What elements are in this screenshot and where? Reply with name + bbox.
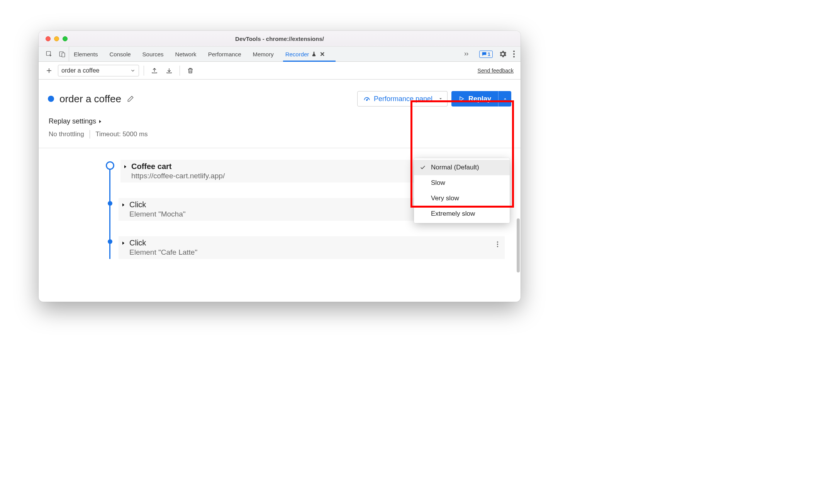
replay-settings: Replay settings No throttling Timeout: 5… xyxy=(39,110,521,148)
expand-step-icon[interactable] xyxy=(123,164,127,169)
inspect-element-icon[interactable] xyxy=(46,51,53,58)
recording-picker[interactable]: order a coffee xyxy=(58,65,139,76)
svg-point-3 xyxy=(513,51,515,52)
export-button[interactable] xyxy=(149,65,160,76)
step-title: Click xyxy=(129,238,197,247)
panel-tabbar: Elements Console Sources Network Perform… xyxy=(39,46,521,62)
expand-step-icon[interactable] xyxy=(121,241,125,245)
performance-panel-dropdown[interactable] xyxy=(434,91,448,107)
more-menu-icon[interactable] xyxy=(513,50,515,58)
tabbar-trailing: 1 xyxy=(474,47,521,61)
step-bullet-start xyxy=(106,161,114,170)
header-actions: Performance panel Replay xyxy=(357,91,511,107)
svg-point-6 xyxy=(366,100,368,101)
close-tab-icon[interactable]: ✕ xyxy=(320,51,325,58)
speed-option-very-slow[interactable]: Very slow xyxy=(414,191,510,206)
svg-point-15 xyxy=(497,246,498,247)
step-item[interactable]: Click Element "Cafe Latte" xyxy=(103,236,521,259)
delete-recording-button[interactable] xyxy=(185,65,196,76)
speed-option-normal[interactable]: Normal (Default) xyxy=(414,160,510,175)
issues-count: 1 xyxy=(488,51,490,57)
maximize-window-button[interactable] xyxy=(63,36,68,41)
svg-point-14 xyxy=(497,244,498,245)
tab-network[interactable]: Network xyxy=(175,47,197,61)
tab-recorder[interactable]: Recorder ✕ xyxy=(285,47,326,61)
recording-header: order a coffee Performance panel xyxy=(39,79,521,110)
minimize-window-button[interactable] xyxy=(54,36,59,41)
more-tabs-button[interactable] xyxy=(459,47,474,61)
replay-button[interactable]: Replay xyxy=(451,91,498,107)
titlebar: DevTools - chrome://extensions/ xyxy=(39,31,521,46)
step-bullet xyxy=(108,201,112,206)
separator xyxy=(180,66,180,76)
replay-speed-dropdown-button[interactable] xyxy=(498,91,511,107)
replay-settings-summary: No throttling Timeout: 5000 ms xyxy=(49,130,510,139)
import-button[interactable] xyxy=(163,65,175,76)
replay-speed-menu: Normal (Default) Slow Very slow Extremel… xyxy=(414,158,510,223)
recording-picker-label: order a coffee xyxy=(61,67,99,74)
performance-panel-button[interactable]: Performance panel xyxy=(357,91,438,107)
device-toolbar-icon[interactable] xyxy=(59,51,66,58)
svg-point-13 xyxy=(497,242,498,243)
recorder-panel: order a coffee Performance panel xyxy=(39,79,521,302)
separator xyxy=(144,66,144,76)
send-feedback-link[interactable]: Send feedback xyxy=(478,68,516,74)
step-subtitle: Element "Cafe Latte" xyxy=(129,248,197,257)
svg-point-4 xyxy=(513,53,515,55)
step-title: Coffee cart xyxy=(131,162,225,171)
tab-memory[interactable]: Memory xyxy=(252,47,275,61)
speed-option-slow[interactable]: Slow xyxy=(414,175,510,191)
tab-elements[interactable]: Elements xyxy=(73,47,99,61)
timeout-value: Timeout: 5000 ms xyxy=(95,130,148,138)
check-icon xyxy=(419,164,426,171)
new-recording-button[interactable] xyxy=(43,65,55,76)
recording-indicator-dot xyxy=(48,96,54,102)
window-controls xyxy=(46,36,68,41)
flask-icon xyxy=(311,51,317,57)
svg-point-5 xyxy=(513,56,515,58)
devtools-window: DevTools - chrome://extensions/ Elements… xyxy=(39,31,521,302)
step-bullet xyxy=(108,239,112,244)
svg-rect-2 xyxy=(62,53,65,57)
tab-sources[interactable]: Sources xyxy=(142,47,165,61)
step-title: Click xyxy=(129,200,186,209)
expand-step-icon[interactable] xyxy=(121,203,125,207)
close-window-button[interactable] xyxy=(46,36,51,41)
recorder-toolbar: order a coffee Send feedback xyxy=(39,62,521,79)
recording-title: order a coffee xyxy=(59,93,121,105)
panel-tabs: Elements Console Sources Network Perform… xyxy=(73,47,459,61)
step-more-icon[interactable] xyxy=(490,238,505,250)
tab-console[interactable]: Console xyxy=(109,47,132,61)
step-subtitle: https://coffee-cart.netlify.app/ xyxy=(131,172,225,180)
throttling-value: No throttling xyxy=(49,130,84,138)
separator xyxy=(90,130,90,139)
step-subtitle: Element "Mocha" xyxy=(129,210,186,218)
issues-badge[interactable]: 1 xyxy=(479,51,493,58)
edit-title-icon[interactable] xyxy=(127,95,134,103)
speed-option-extremely-slow[interactable]: Extremely slow xyxy=(414,206,510,222)
window-title: DevTools - chrome://extensions/ xyxy=(235,36,324,42)
replay-settings-toggle[interactable]: Replay settings xyxy=(49,117,510,125)
settings-icon[interactable] xyxy=(499,50,507,58)
tab-performance[interactable]: Performance xyxy=(207,47,242,61)
scrollbar-thumb[interactable] xyxy=(517,218,520,272)
inspect-controls xyxy=(42,47,69,61)
